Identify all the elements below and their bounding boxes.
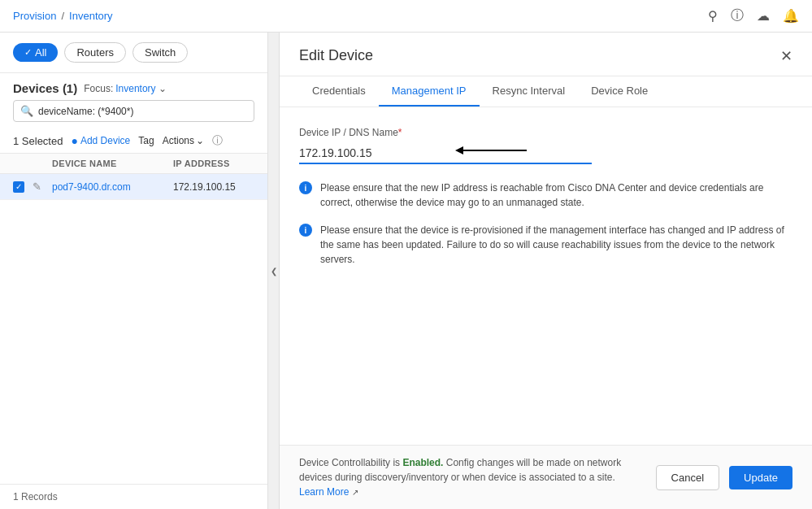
cloud-icon[interactable]: ☁ bbox=[757, 8, 770, 24]
col-device-name-header: Device Name bbox=[52, 159, 173, 168]
check-icon: ✓ bbox=[24, 47, 32, 58]
row-checkbox[interactable]: ✓ bbox=[13, 181, 24, 193]
help-icon[interactable]: ⓘ bbox=[731, 7, 744, 24]
bottom-text-prefix: Device Controllability is bbox=[299, 457, 400, 468]
tab-device-role[interactable]: Device Role bbox=[578, 76, 661, 107]
info-text-1: Please ensure that the new IP address is… bbox=[320, 181, 792, 210]
col-edit-header bbox=[33, 159, 52, 168]
info-icon[interactable]: ⓘ bbox=[212, 133, 223, 148]
breadcrumb: Provision / Inventory bbox=[13, 10, 113, 22]
left-panel: ✓ All Routers Switch Devices (1) Focus: … bbox=[0, 33, 268, 509]
main-layout: ✓ All Routers Switch Devices (1) Focus: … bbox=[0, 33, 812, 509]
tab-all-button[interactable]: ✓ All bbox=[13, 43, 58, 62]
tab-management-ip[interactable]: Management IP bbox=[379, 76, 480, 107]
collapse-handle[interactable]: ❮ bbox=[268, 33, 280, 509]
table-row[interactable]: ✓ ✎ pod7-9400.dr.com 172.19.100.15 bbox=[0, 174, 267, 200]
close-button[interactable]: ✕ bbox=[780, 49, 792, 75]
add-device-label: Add Device bbox=[80, 135, 130, 146]
edit-dialog-title: Edit Device bbox=[299, 47, 373, 76]
tab-all-label: All bbox=[35, 46, 46, 59]
add-device-button[interactable]: ● Add Device bbox=[71, 134, 130, 147]
col-ip-header: IP Address bbox=[173, 159, 254, 168]
records-count: 1 Records bbox=[13, 491, 58, 502]
tab-credentials[interactable]: Credentials bbox=[299, 76, 379, 107]
checkbox-check-icon: ✓ bbox=[15, 182, 22, 191]
devices-title: Devices (1) bbox=[13, 81, 77, 95]
bottom-bar: Device Controllability is Enabled. Confi… bbox=[280, 445, 812, 509]
device-ip: 172.19.100.15 bbox=[173, 181, 254, 193]
info-dot-1: i bbox=[299, 181, 312, 194]
arrow-annotation bbox=[462, 150, 527, 151]
actions-button[interactable]: Actions ⌄ bbox=[163, 135, 204, 146]
nav-icons: ⚲ ⓘ ☁ 🔔 bbox=[708, 7, 799, 24]
enabled-text: Enabled. bbox=[402, 457, 443, 468]
cancel-button[interactable]: Cancel bbox=[656, 465, 719, 490]
search-icon[interactable]: ⚲ bbox=[708, 8, 718, 24]
chevron-down-icon: ⌄ bbox=[196, 135, 204, 146]
external-link-icon: ↗ bbox=[352, 488, 358, 497]
left-footer: 1 Records bbox=[0, 484, 267, 509]
tab-routers-button[interactable]: Routers bbox=[64, 42, 126, 63]
bottom-actions: Cancel Update bbox=[656, 465, 792, 490]
breadcrumb-provision[interactable]: Provision bbox=[13, 10, 56, 22]
focus-selector[interactable]: Focus: Inventory ⌄ bbox=[84, 83, 166, 94]
info-dot-2: i bbox=[299, 224, 312, 237]
col-checkbox-header bbox=[13, 159, 33, 168]
field-label-text: Device IP / DNS Name bbox=[299, 127, 398, 138]
arrow-line bbox=[462, 150, 527, 151]
bottom-info: Device Controllability is Enabled. Confi… bbox=[299, 455, 656, 499]
edit-header: Edit Device ✕ bbox=[280, 33, 812, 76]
edit-pencil-icon[interactable]: ✎ bbox=[33, 181, 52, 193]
breadcrumb-separator: / bbox=[61, 10, 64, 22]
edit-tabs: Credentials Management IP Resync Interva… bbox=[280, 76, 812, 107]
devices-header: Devices (1) Focus: Inventory ⌄ bbox=[0, 73, 267, 100]
focus-label-text: Focus: bbox=[84, 83, 113, 94]
device-name-link[interactable]: pod7-9400.dr.com bbox=[52, 181, 173, 193]
info-message-1: i Please ensure that the new IP address … bbox=[299, 181, 792, 210]
filter-tabs: ✓ All Routers Switch bbox=[0, 33, 267, 73]
field-input-wrap bbox=[299, 143, 792, 164]
breadcrumb-inventory[interactable]: Inventory bbox=[69, 10, 112, 22]
field-label: Device IP / DNS Name* bbox=[299, 127, 792, 138]
table-header: Device Name IP Address bbox=[0, 154, 267, 174]
learn-more-link[interactable]: Learn More bbox=[299, 486, 349, 498]
info-messages: i Please ensure that the new IP address … bbox=[299, 181, 792, 267]
collapse-arrow-icon: ❮ bbox=[271, 267, 277, 276]
tag-button[interactable]: Tag bbox=[138, 135, 154, 146]
top-nav: Provision / Inventory ⚲ ⓘ ☁ 🔔 bbox=[0, 0, 812, 33]
selected-count: 1 Selected bbox=[13, 135, 63, 147]
plus-icon: ● bbox=[71, 134, 77, 147]
edit-body: Device IP / DNS Name* i Please ensure th… bbox=[280, 107, 812, 445]
required-indicator: * bbox=[398, 127, 402, 138]
info-message-2: i Please ensure that the device is re-pr… bbox=[299, 223, 792, 267]
action-bar: 1 Selected ● Add Device Tag Actions ⌄ ⓘ bbox=[0, 128, 267, 154]
tab-resync-interval[interactable]: Resync Interval bbox=[480, 76, 579, 107]
tab-switches-button[interactable]: Switch bbox=[132, 42, 188, 63]
focus-value: Inventory bbox=[115, 83, 155, 94]
edit-device-panel: Edit Device ✕ Credentials Management IP … bbox=[280, 33, 812, 509]
search-icon: 🔍 bbox=[20, 105, 33, 117]
info-text-2: Please ensure that the device is re-prov… bbox=[320, 223, 792, 267]
update-button[interactable]: Update bbox=[729, 466, 792, 489]
search-bar: 🔍 bbox=[13, 100, 254, 122]
device-ip-input[interactable] bbox=[299, 143, 592, 164]
search-input[interactable] bbox=[38, 106, 247, 117]
bell-icon[interactable]: 🔔 bbox=[783, 8, 799, 24]
chevron-down-icon: ⌄ bbox=[158, 83, 167, 94]
actions-label: Actions bbox=[163, 135, 194, 146]
